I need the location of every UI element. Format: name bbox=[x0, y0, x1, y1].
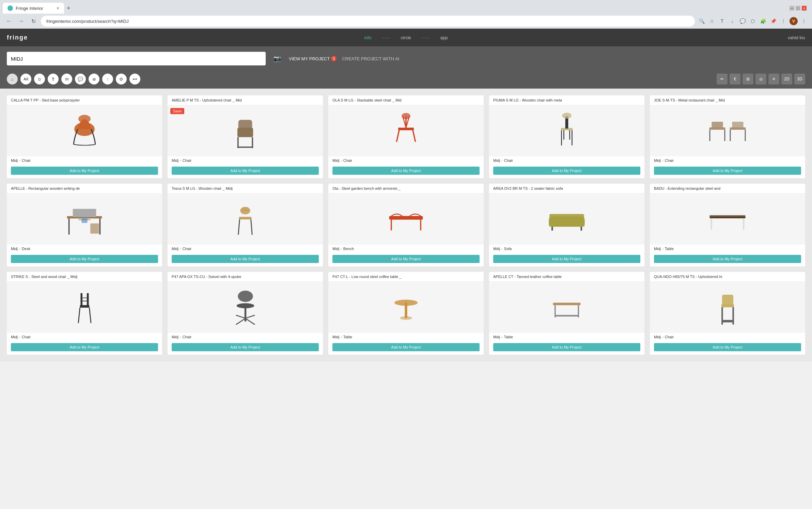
3d-tool-button[interactable]: 3D bbox=[794, 74, 805, 84]
svg-rect-23 bbox=[709, 130, 710, 141]
add-to-project-button[interactable]: Add to My Project bbox=[172, 167, 319, 175]
add-to-project-button[interactable]: Add to My Project bbox=[493, 343, 640, 351]
add-to-project-button[interactable]: Add to My Project bbox=[332, 343, 480, 351]
product-image[interactable] bbox=[7, 194, 162, 245]
product-meta: Midj › Sofa bbox=[489, 245, 644, 253]
product-image[interactable] bbox=[489, 282, 644, 333]
download-icon[interactable]: ↓ bbox=[728, 17, 736, 25]
products-section: CALLA PM T PP - Sled base polypropyler M… bbox=[0, 89, 812, 361]
menu-button[interactable]: ⋮ bbox=[800, 17, 808, 25]
camera-search-button[interactable]: 📷 bbox=[271, 52, 283, 65]
search-icon[interactable]: 🔍 bbox=[698, 17, 706, 25]
add-to-project-button[interactable]: Add to My Project bbox=[11, 255, 158, 263]
minimize-button[interactable]: — bbox=[790, 6, 794, 11]
svg-point-13 bbox=[402, 113, 410, 119]
add-to-project-button[interactable]: Add to My Project bbox=[332, 167, 480, 175]
product-meta: Midj › Chair bbox=[650, 333, 805, 341]
add-to-project-button[interactable]: Add to My Project bbox=[493, 255, 640, 263]
add-to-project-button[interactable]: Add to My Project bbox=[332, 255, 480, 263]
nav-circle[interactable]: circle bbox=[401, 35, 411, 40]
pin-icon[interactable]: 📌 bbox=[769, 17, 777, 25]
maximize-button[interactable]: □ bbox=[796, 6, 800, 11]
svg-rect-28 bbox=[745, 130, 746, 141]
add-to-project-button[interactable]: Add to My Project bbox=[11, 167, 158, 175]
price-tool-button[interactable]: € bbox=[730, 74, 740, 84]
svg-rect-6 bbox=[237, 146, 253, 148]
whatsapp-icon[interactable]: 💬 bbox=[738, 17, 747, 25]
product-image[interactable] bbox=[168, 194, 323, 245]
product-image[interactable] bbox=[328, 194, 484, 245]
add-to-project-button[interactable]: Add to My Project bbox=[493, 167, 640, 175]
add-to-project-button[interactable]: Add to My Project bbox=[654, 167, 801, 175]
product-category: Chair bbox=[343, 158, 352, 163]
product-image[interactable] bbox=[328, 282, 484, 333]
product-category: Chair bbox=[183, 247, 191, 251]
product-brand: Midj bbox=[332, 335, 339, 339]
product-brand: Midj bbox=[332, 247, 339, 251]
add-to-project-button[interactable]: Add to My Project bbox=[654, 343, 801, 351]
filter-more-button[interactable]: ••• bbox=[129, 74, 140, 84]
filter-chat-button[interactable]: 💬 bbox=[75, 74, 86, 84]
close-window-button[interactable]: × bbox=[802, 6, 807, 11]
add-to-project-button[interactable]: Add to My Project bbox=[11, 343, 158, 351]
product-image[interactable] bbox=[650, 105, 805, 156]
view-project-button[interactable]: VIEW MY PROJECT 5 bbox=[289, 56, 337, 61]
profile-button[interactable]: V bbox=[790, 17, 798, 25]
product-image[interactable] bbox=[650, 282, 805, 333]
product-image[interactable] bbox=[7, 105, 162, 156]
product-category: Bench bbox=[343, 247, 354, 251]
product-image[interactable] bbox=[7, 282, 162, 333]
nav-info[interactable]: info bbox=[364, 35, 371, 40]
product-image[interactable] bbox=[328, 105, 484, 156]
refresh-button[interactable]: ↻ bbox=[29, 16, 38, 26]
filter-settings-button[interactable]: ⚙ bbox=[116, 74, 127, 84]
back-button[interactable]: ← bbox=[4, 16, 14, 26]
add-to-project-button[interactable]: Add to My Project bbox=[654, 255, 801, 263]
product-category: Chair bbox=[665, 158, 674, 163]
product-card: Tosca S M LG - Wooden chair _ Midj Midj … bbox=[168, 184, 323, 266]
svg-line-39 bbox=[251, 219, 252, 235]
filter-upload-button[interactable]: ↑ bbox=[102, 74, 113, 84]
nav-app[interactable]: app bbox=[440, 35, 448, 40]
2d-tool-button[interactable]: 2D bbox=[781, 74, 792, 84]
tab-close-button[interactable]: × bbox=[57, 5, 59, 11]
puzzle-icon[interactable]: 🧩 bbox=[759, 17, 767, 25]
close-tool-button[interactable]: ✕ bbox=[768, 74, 779, 84]
svg-rect-24 bbox=[724, 130, 725, 141]
save-badge[interactable]: Save bbox=[170, 108, 184, 114]
bookmark-icon[interactable]: ☆ bbox=[708, 17, 716, 25]
add-to-project-button[interactable]: Add to My Project bbox=[172, 255, 319, 263]
more-icon[interactable]: ⋮ bbox=[779, 17, 787, 25]
product-brand: Midj bbox=[172, 158, 178, 163]
filter-add-button[interactable]: ⊕ bbox=[89, 74, 99, 84]
filter-mail-button[interactable]: ✉ bbox=[61, 74, 72, 84]
filter-b-button[interactable]: b bbox=[34, 74, 45, 84]
add-to-project-button[interactable]: Add to My Project bbox=[172, 343, 319, 351]
svg-rect-70 bbox=[553, 303, 581, 305]
svg-rect-78 bbox=[721, 320, 734, 322]
address-bar[interactable] bbox=[41, 16, 695, 27]
product-image[interactable] bbox=[650, 194, 805, 245]
translate-icon[interactable]: T bbox=[718, 17, 726, 25]
forward-button[interactable]: → bbox=[16, 16, 26, 26]
svg-rect-52 bbox=[743, 218, 745, 230]
filter-t-button[interactable]: T bbox=[48, 74, 59, 84]
svg-line-59 bbox=[89, 308, 91, 323]
product-brand: Midj bbox=[11, 158, 18, 163]
product-title: OLA S M LG - Stackable steel chair _ Mid bbox=[328, 95, 484, 105]
filter-all-button[interactable]: All bbox=[20, 74, 31, 84]
product-image[interactable] bbox=[489, 194, 644, 245]
target-tool-button[interactable]: ◎ bbox=[755, 74, 766, 84]
extension-icon[interactable]: ⬡ bbox=[749, 17, 757, 25]
product-image[interactable] bbox=[168, 282, 323, 333]
product-category: Table bbox=[504, 335, 513, 339]
product-image[interactable]: Save bbox=[168, 105, 323, 156]
product-image[interactable] bbox=[489, 105, 644, 156]
search-input[interactable] bbox=[11, 56, 262, 62]
create-project-button[interactable]: CREATE PROJECT WITH AI bbox=[342, 56, 399, 61]
edit-tool-button[interactable]: ✏ bbox=[717, 74, 728, 84]
grid-tool-button[interactable]: ⊞ bbox=[743, 74, 753, 84]
browser-tab[interactable]: Fringe Interior × bbox=[3, 3, 64, 14]
filter-home-button[interactable]: ⌂ bbox=[7, 74, 18, 84]
new-tab-button[interactable]: + bbox=[64, 3, 73, 13]
